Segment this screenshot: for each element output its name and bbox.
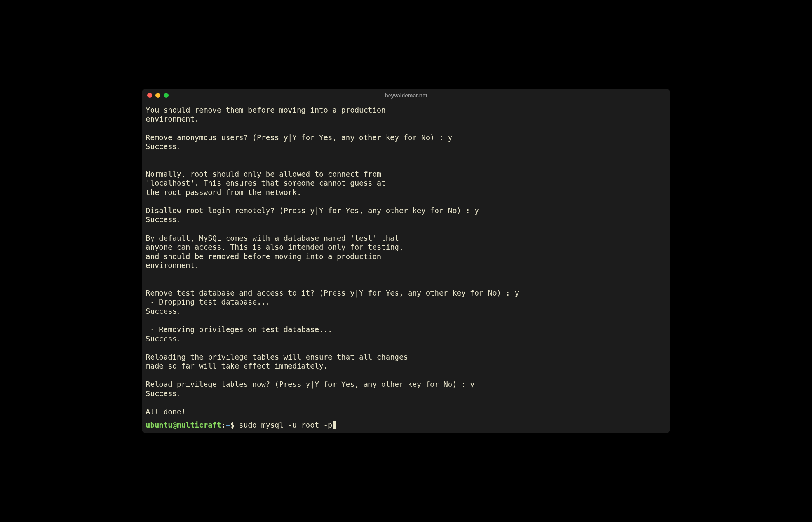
prompt-colon: : <box>221 421 225 429</box>
prompt-host: multicraft <box>177 421 221 429</box>
command-input[interactable]: sudo mysql -u root -p <box>239 421 332 429</box>
titlebar: heyvaldemar.net <box>142 89 670 103</box>
terminal-window: heyvaldemar.net You should remove them b… <box>142 89 670 433</box>
window-title: heyvaldemar.net <box>385 92 427 99</box>
prompt-user: ubuntu <box>146 421 173 429</box>
minimize-icon[interactable] <box>155 93 160 98</box>
close-icon[interactable] <box>147 93 152 98</box>
traffic-lights <box>147 93 169 98</box>
cursor-icon <box>333 421 336 429</box>
prompt-dollar: $ <box>230 421 239 429</box>
terminal-output[interactable]: You should remove them before moving int… <box>142 103 670 421</box>
prompt-at: @ <box>173 421 177 429</box>
maximize-icon[interactable] <box>164 93 169 98</box>
prompt-line[interactable]: ubuntu@multicraft:~$ sudo mysql -u root … <box>142 421 670 434</box>
prompt-path: ~ <box>226 421 230 429</box>
